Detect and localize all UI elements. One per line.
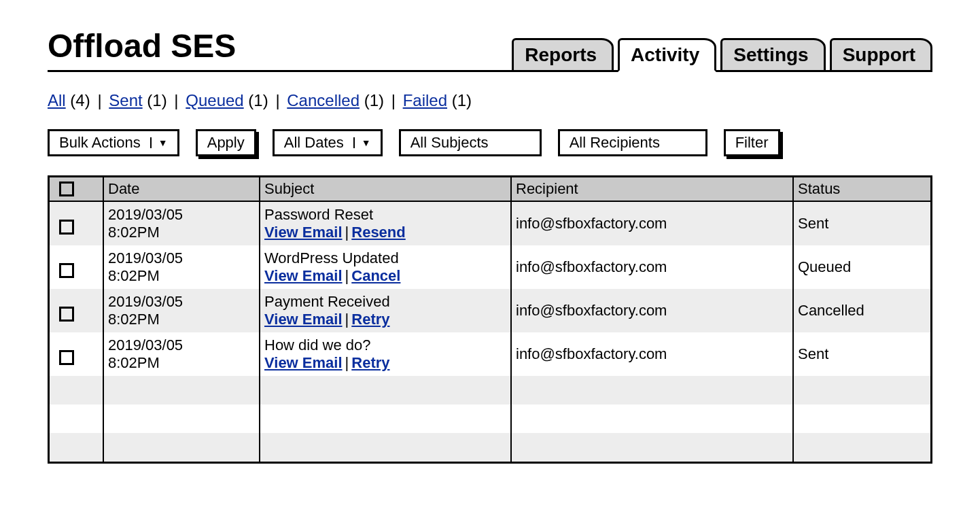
cell-subject: Password Reset View Email|Resend bbox=[260, 202, 512, 245]
view-email-link[interactable]: View Email bbox=[264, 267, 343, 284]
cell-recipient: info@sfboxfactory.com bbox=[512, 202, 794, 245]
row-action-link[interactable]: Cancel bbox=[351, 267, 400, 284]
table-row: 2019/03/05 8:02PM Payment Received View … bbox=[50, 289, 930, 332]
table-row: 2019/03/05 8:02PM WordPress Updated View… bbox=[50, 245, 930, 289]
tabs: Reports Activity Settings Support bbox=[512, 38, 932, 72]
table-row-empty bbox=[50, 433, 930, 462]
cell-recipient: info@sfboxfactory.com bbox=[512, 332, 794, 376]
page-title: Offload SES bbox=[48, 27, 512, 65]
row-checkbox[interactable] bbox=[59, 263, 74, 278]
header: Offload SES Reports Activity Settings Su… bbox=[48, 27, 932, 72]
col-recipient[interactable]: Recipient bbox=[512, 177, 794, 201]
row-action-link[interactable]: Resend bbox=[351, 224, 405, 241]
filter-cancelled[interactable]: Cancelled bbox=[287, 91, 360, 109]
bulk-actions-select[interactable]: Bulk Actions ▼ bbox=[48, 129, 179, 156]
view-email-link[interactable]: View Email bbox=[264, 354, 343, 371]
table-row: 2019/03/05 8:02PM How did we do? View Em… bbox=[50, 332, 930, 376]
cell-recipient: info@sfboxfactory.com bbox=[512, 289, 794, 332]
date-line1: 2019/03/05 bbox=[108, 293, 255, 311]
col-subject[interactable]: Subject bbox=[260, 177, 512, 201]
cell-status: Queued bbox=[794, 245, 930, 289]
tab-reports[interactable]: Reports bbox=[512, 38, 614, 72]
status-filters: All (4) | Sent (1) | Queued (1) | Cancel… bbox=[48, 91, 932, 110]
filter-failed-count: 1 bbox=[457, 91, 466, 109]
subject-text: Payment Received bbox=[264, 293, 506, 311]
row-checkbox[interactable] bbox=[59, 220, 74, 235]
tab-activity[interactable]: Activity bbox=[618, 38, 716, 72]
table-header: Date Subject Recipient Status bbox=[50, 177, 930, 202]
date-line1: 2019/03/05 bbox=[108, 336, 255, 354]
chevron-down-icon: ▼ bbox=[353, 137, 371, 148]
select-all-checkbox[interactable] bbox=[59, 182, 74, 196]
dates-label: All Dates bbox=[284, 134, 344, 152]
cell-status: Cancelled bbox=[794, 289, 930, 332]
dates-select[interactable]: All Dates ▼ bbox=[273, 129, 383, 156]
view-email-link[interactable]: View Email bbox=[264, 224, 343, 241]
empty-rows bbox=[50, 376, 930, 462]
cell-date: 2019/03/05 8:02PM bbox=[104, 202, 260, 245]
recipients-input[interactable]: All Recipients bbox=[558, 129, 707, 156]
col-checkbox bbox=[50, 177, 104, 201]
cell-date: 2019/03/05 8:02PM bbox=[104, 245, 260, 289]
cell-status: Sent bbox=[794, 202, 930, 245]
table-row: 2019/03/05 8:02PM Password Reset View Em… bbox=[50, 202, 930, 245]
tab-support[interactable]: Support bbox=[830, 38, 932, 72]
table-row-empty bbox=[50, 404, 930, 433]
col-date[interactable]: Date bbox=[104, 177, 260, 201]
cell-subject: WordPress Updated View Email|Cancel bbox=[260, 245, 512, 289]
filter-queued[interactable]: Queued bbox=[186, 91, 243, 109]
row-checkbox[interactable] bbox=[59, 350, 74, 365]
subject-text: Password Reset bbox=[264, 206, 506, 224]
row-action-link[interactable]: Retry bbox=[351, 354, 389, 371]
cell-status: Sent bbox=[794, 332, 930, 376]
view-email-link[interactable]: View Email bbox=[264, 311, 343, 328]
date-line2: 8:02PM bbox=[108, 267, 255, 285]
filter-all[interactable]: All bbox=[48, 91, 66, 109]
date-line1: 2019/03/05 bbox=[108, 206, 255, 224]
date-line2: 8:02PM bbox=[108, 224, 255, 241]
activity-table: Date Subject Recipient Status 2019/03/05… bbox=[48, 175, 932, 464]
filter-all-count: 4 bbox=[75, 91, 84, 109]
filter-cancelled-count: 1 bbox=[370, 91, 379, 109]
date-line2: 8:02PM bbox=[108, 354, 255, 372]
filter-queued-count: 1 bbox=[253, 91, 262, 109]
filter-sent[interactable]: Sent bbox=[109, 91, 142, 109]
row-action-link[interactable]: Retry bbox=[351, 311, 389, 328]
col-status[interactable]: Status bbox=[794, 177, 930, 201]
subject-text: How did we do? bbox=[264, 336, 506, 354]
chevron-down-icon: ▼ bbox=[150, 137, 168, 148]
date-line1: 2019/03/05 bbox=[108, 249, 255, 267]
cell-subject: Payment Received View Email|Retry bbox=[260, 289, 512, 332]
table-row-empty bbox=[50, 376, 930, 404]
subjects-input[interactable]: All Subjects bbox=[399, 129, 542, 156]
cell-date: 2019/03/05 8:02PM bbox=[104, 289, 260, 332]
filter-failed[interactable]: Failed bbox=[403, 91, 447, 109]
subject-text: WordPress Updated bbox=[264, 249, 506, 267]
apply-button[interactable]: Apply bbox=[196, 129, 256, 156]
tab-settings[interactable]: Settings bbox=[720, 38, 825, 72]
cell-recipient: info@sfboxfactory.com bbox=[512, 245, 794, 289]
row-checkbox[interactable] bbox=[59, 307, 74, 322]
cell-subject: How did we do? View Email|Retry bbox=[260, 332, 512, 376]
date-line2: 8:02PM bbox=[108, 311, 255, 328]
cell-date: 2019/03/05 8:02PM bbox=[104, 332, 260, 376]
bulk-actions-label: Bulk Actions bbox=[59, 134, 141, 152]
controls: Bulk Actions ▼ Apply All Dates ▼ All Sub… bbox=[48, 129, 932, 156]
filter-button[interactable]: Filter bbox=[724, 129, 780, 156]
filter-sent-count: 1 bbox=[152, 91, 161, 109]
